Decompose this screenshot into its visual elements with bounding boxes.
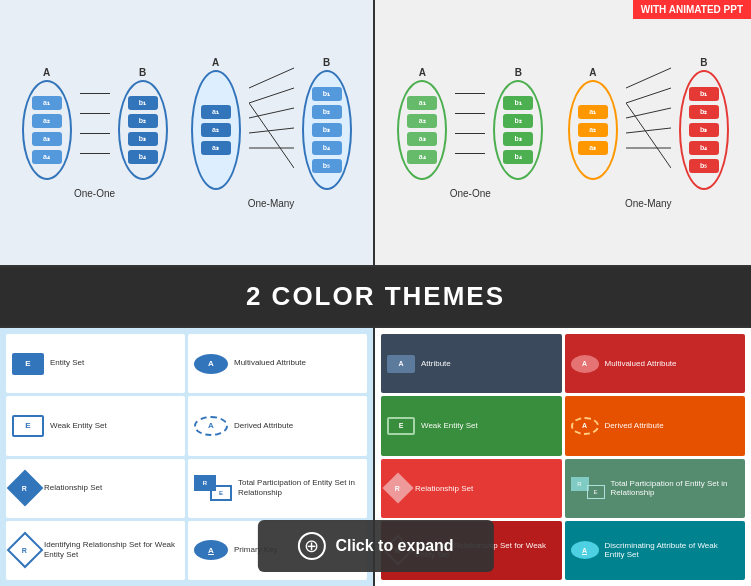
one-one-label-green: One-One (450, 188, 491, 199)
legend-attribute-dark: A Attribute (381, 334, 562, 393)
one-many-diagram-blue: A a₁ a₂ a₃ (191, 57, 352, 209)
legend-relationship-dark: R Relationship Set (381, 459, 562, 518)
expand-icon: ⊕ (297, 532, 325, 560)
item-a2-many: a₂ (201, 123, 231, 137)
item-b2-green: b₂ (503, 114, 533, 128)
item-a3-many: a₃ (201, 141, 231, 155)
item-b1-green: b₁ (503, 96, 533, 110)
item-b5-many: b₅ (312, 159, 342, 173)
item-a2-orange: a₂ (578, 123, 608, 137)
item-b4: b₄ (128, 150, 158, 164)
legend-identifying: R Identifying Relationship Set for Weak … (6, 521, 185, 580)
item-b3-many: b₃ (312, 123, 342, 137)
set-b-oval: b₁ b₂ b₃ b₄ (118, 80, 168, 180)
set-a-many-oval: a₁ a₂ a₃ (191, 70, 241, 190)
item-a1: a₁ (32, 96, 62, 110)
item-b1: b₁ (128, 96, 158, 110)
item-a3: a₃ (32, 132, 62, 146)
item-a3-orange: a₃ (578, 141, 608, 155)
legend-discriminating-dark: A Discriminating Attribute of Weak Entit… (565, 521, 746, 580)
one-one-lines (80, 83, 110, 163)
set-b-red-oval: b₁ b₂ b₃ b₄ b₅ (679, 70, 729, 190)
legend-derived-dark: A Derived Attribute (565, 396, 746, 455)
multivalued-label: Multivalued Attribute (234, 358, 306, 368)
item-b3: b₃ (128, 132, 158, 146)
expand-button[interactable]: ⊕ Click to expand (257, 520, 493, 572)
total-participation-icon: R E (194, 475, 232, 501)
set-b-many-oval: b₁ b₂ b₃ b₄ b₅ (302, 70, 352, 190)
item-a4-green: a₄ (407, 150, 437, 164)
item-a2-green: a₂ (407, 114, 437, 128)
svg-line-7 (626, 88, 671, 103)
fan-lines-svg (249, 58, 294, 188)
expand-label: Click to expand (335, 537, 453, 555)
item-b2-red: b₂ (689, 105, 719, 119)
identifying-label: Identifying Relationship Set for Weak En… (44, 540, 179, 561)
svg-line-6 (626, 68, 671, 88)
item-a1-many: a₁ (201, 105, 231, 119)
svg-line-3 (249, 128, 294, 133)
set-b-green-oval: b₁ b₂ b₃ b₄ (493, 80, 543, 180)
middle-banner: 2 COLOR THEMES (0, 265, 751, 328)
main-container: WITH ANIMATED PPT A a₁ a₂ a₃ a₄ (0, 0, 751, 586)
legend-weak-entity: E Weak Entity Set (6, 396, 185, 455)
derived-icon: A (194, 416, 228, 436)
weak-entity-label: Weak Entity Set (50, 421, 107, 431)
item-a3-green: a₃ (407, 132, 437, 146)
top-left-diagrams: A a₁ a₂ a₃ a₄ (0, 0, 375, 265)
multivalued-icon: A (194, 354, 228, 374)
item-b1-red: b₁ (689, 87, 719, 101)
set-a-oval: a₁ a₂ a₃ a₄ (22, 80, 72, 180)
item-b5-red: b₅ (689, 159, 719, 173)
svg-line-1 (249, 88, 294, 103)
item-b4-red: b₄ (689, 141, 719, 155)
fan-lines-orange-svg (626, 58, 671, 188)
legend-relationship: R Relationship Set (6, 459, 185, 518)
legend-total-participation-dark: R E Total Participation of Entity Set in… (565, 459, 746, 518)
animated-badge: WITH ANIMATED PPT (633, 0, 751, 19)
one-one-green-lines (455, 83, 485, 163)
item-b4-many: b₄ (312, 141, 342, 155)
identifying-icon: R (12, 537, 38, 563)
one-many-orange-container: A a₁ a₂ a₃ (568, 57, 729, 190)
legend-entity-set: E Entity Set (6, 334, 185, 393)
item-a1-orange: a₁ (578, 105, 608, 119)
one-many-oval-container: A a₁ a₂ a₃ (191, 57, 352, 190)
one-many-diagram-orange: A a₁ a₂ a₃ (568, 57, 729, 209)
one-one-diagram-blue: A a₁ a₂ a₃ a₄ (22, 67, 168, 199)
top-right-diagrams: A a₁ a₂ a₃ a₄ (375, 0, 751, 265)
entity-set-icon: E (12, 353, 44, 375)
item-b4-green: b₄ (503, 150, 533, 164)
primary-key-icon: A (194, 540, 228, 560)
legend-derived: A Derived Attribute (188, 396, 367, 455)
legend-multivalued: A Multivalued Attribute (188, 334, 367, 393)
svg-line-0 (249, 68, 294, 88)
top-section: A a₁ a₂ a₃ a₄ (0, 0, 751, 265)
one-many-label-blue: One-Many (248, 198, 295, 209)
set-a-green-oval: a₁ a₂ a₃ a₄ (397, 80, 447, 180)
one-one-green-container: A a₁ a₂ a₃ a₄ (397, 67, 543, 180)
one-many-label-orange: One-Many (625, 198, 672, 209)
one-one-oval-container: A a₁ a₂ a₃ a₄ (22, 67, 168, 180)
item-a2: a₂ (32, 114, 62, 128)
item-b2: b₂ (128, 114, 158, 128)
entity-set-label: Entity Set (50, 358, 84, 368)
legend-weak-entity-dark: E Weak Entity Set (381, 396, 562, 455)
weak-entity-icon: E (12, 415, 44, 437)
item-b3-red: b₃ (689, 123, 719, 137)
relationship-label: Relationship Set (44, 483, 102, 493)
total-participation-label: Total Participation of Entity Set in Rel… (238, 478, 361, 499)
item-a1-green: a₁ (407, 96, 437, 110)
item-b1-many: b₁ (312, 87, 342, 101)
item-a4: a₄ (32, 150, 62, 164)
svg-line-9 (626, 128, 671, 133)
legend-total-participation: R E Total Participation of Entity Set in… (188, 459, 367, 518)
item-b2-many: b₂ (312, 105, 342, 119)
relationship-icon: R (12, 475, 38, 501)
bottom-section: E Entity Set A Multivalued Attribute E W… (0, 328, 751, 586)
set-a-orange-oval: a₁ a₂ a₃ (568, 80, 618, 180)
legend-multivalued-dark: A Multivalued Attribute (565, 334, 746, 393)
one-one-label-blue: One-One (74, 188, 115, 199)
one-one-diagram-green: A a₁ a₂ a₃ a₄ (397, 67, 543, 199)
item-b3-green: b₃ (503, 132, 533, 146)
